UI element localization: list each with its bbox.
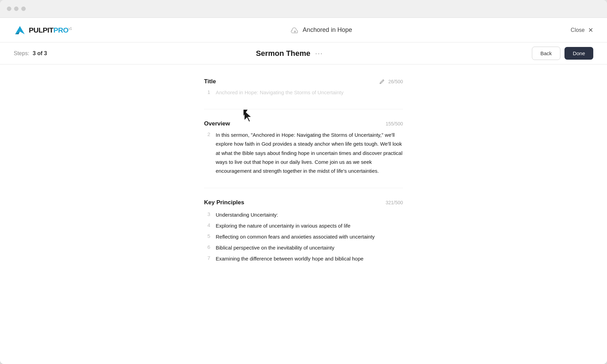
principle-text: Examining the difference between worldly…	[216, 255, 364, 263]
step-bar: Steps: 3 of 3 Sermon Theme ··· Back Done	[0, 43, 607, 64]
principle-number: 3	[204, 211, 210, 217]
divider-2	[204, 188, 403, 188]
list-item: 3 Understanding Uncertainty:	[204, 209, 403, 220]
done-button[interactable]: Done	[564, 47, 593, 60]
cloud-icon	[290, 27, 299, 34]
steps-count: 3 of 3	[33, 50, 47, 57]
edit-icon[interactable]	[379, 79, 385, 84]
content-area[interactable]: Title 26/500 1 Anchored in Hope: Navigat…	[0, 64, 607, 364]
key-principles-char-count: 321/500	[385, 200, 403, 205]
list-item: 6 Biblical perspective on the inevitabil…	[204, 242, 403, 253]
step-center: Sermon Theme ···	[256, 49, 323, 58]
window-controls	[7, 7, 26, 11]
content-inner: Title 26/500 1 Anchored in Hope: Navigat…	[197, 78, 410, 264]
title-char-count: 26/500	[388, 79, 403, 84]
title-bar	[0, 0, 607, 18]
list-item: 4 Exploring the nature of uncertainty in…	[204, 220, 403, 231]
maximize-dot[interactable]	[21, 7, 26, 11]
title-row-number: 1	[204, 88, 210, 95]
principle-number: 5	[204, 233, 210, 239]
step-title: Sermon Theme	[256, 49, 310, 58]
logo-area: PULPITPROv1	[14, 24, 72, 36]
overview-text[interactable]: In this sermon, "Anchored in Hope: Navig…	[216, 131, 403, 175]
principle-text: Exploring the nature of uncertainty in v…	[216, 222, 350, 230]
minimize-dot[interactable]	[14, 7, 19, 11]
principle-number: 4	[204, 222, 210, 228]
close-dot[interactable]	[7, 7, 11, 11]
overview-section-header: Overview 155/500	[204, 120, 403, 127]
close-x-icon[interactable]: ✕	[588, 26, 593, 34]
logo-text: PULPITPROv1	[29, 26, 72, 34]
header-right: Close ✕	[571, 26, 593, 34]
title-section-header: Title 26/500	[204, 78, 403, 85]
list-item: 7 Examining the difference between world…	[204, 253, 403, 264]
overview-row-number: 2	[204, 131, 210, 137]
divider-1	[204, 109, 403, 109]
principles-list: 3 Understanding Uncertainty: 4 Exploring…	[204, 209, 403, 264]
logo-icon	[14, 24, 26, 36]
overview-label: Overview	[204, 120, 230, 127]
overview-section: Overview 155/500 2 In this sermon, "Anch…	[204, 120, 403, 175]
overview-field-row: 2 In this sermon, "Anchored in Hope: Nav…	[204, 131, 403, 175]
steps-info: Steps: 3 of 3	[14, 50, 47, 57]
header-title: Anchored in Hope	[303, 26, 352, 34]
more-options-button[interactable]: ···	[315, 49, 323, 57]
header-center: Anchored in Hope	[290, 26, 352, 34]
title-section: Title 26/500 1 Anchored in Hope: Navigat…	[204, 78, 403, 97]
list-item: 5 Reflecting on common fears and anxieti…	[204, 231, 403, 242]
title-field-text[interactable]: Anchored in Hope: Navigating the Storms …	[216, 88, 403, 97]
overview-char-count: 155/500	[385, 121, 403, 126]
principle-number: 7	[204, 255, 210, 261]
header: PULPITPROv1 Anchored in Hope Close ✕	[0, 18, 607, 43]
close-button[interactable]: Close	[571, 27, 585, 33]
step-actions: Back Done	[532, 47, 593, 60]
back-button[interactable]: Back	[532, 47, 560, 60]
principle-text: Reflecting on common fears and anxieties…	[216, 233, 375, 241]
app-window: PULPITPROv1 Anchored in Hope Close ✕ Ste…	[0, 0, 607, 364]
svg-marker-0	[15, 26, 25, 34]
title-label: Title	[204, 78, 216, 85]
principle-number: 6	[204, 244, 210, 250]
steps-label: Steps:	[14, 50, 29, 57]
key-principles-header: Key Principles 321/500	[204, 199, 403, 206]
principle-text: Understanding Uncertainty:	[216, 211, 278, 219]
key-principles-label: Key Principles	[204, 199, 244, 206]
title-field-row: 1 Anchored in Hope: Navigating the Storm…	[204, 88, 403, 97]
key-principles-section: Key Principles 321/500 3 Understanding U…	[204, 199, 403, 264]
principle-text: Biblical perspective on the inevitabilit…	[216, 244, 334, 252]
